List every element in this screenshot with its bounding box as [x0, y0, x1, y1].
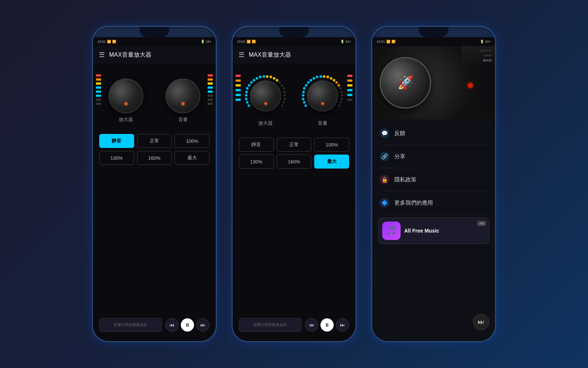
amplifier-label-1: 放大器: [119, 116, 133, 123]
app-header-cover-3: MEDIUM HIGH MAXI: [372, 46, 495, 120]
prev-button-1[interactable]: ⏮: [165, 318, 179, 332]
buttons-section-2: 靜音 正常 100% 130% 160% 最大: [239, 138, 349, 171]
battery-2: 🔋 24+: [340, 40, 351, 43]
sidebar-item-privacy[interactable]: 🔒 隱私政策: [372, 170, 495, 190]
btn-row-top-1: 靜音 正常 100%: [99, 134, 210, 148]
eq-bars-left-1: [96, 74, 101, 105]
divider-3: [380, 191, 488, 191]
phone-2: 19:01 📶 🛜 🔋 24+ ☰ MAX音量放大器: [232, 26, 356, 342]
ad-title: All Free Music: [404, 228, 439, 234]
volume-knob-inner-2[interactable]: [307, 80, 338, 112]
pause-button-1[interactable]: ⏸: [181, 318, 194, 332]
100-button-2[interactable]: 100%: [314, 138, 349, 152]
hamburger-icon-2[interactable]: ☰: [239, 51, 244, 59]
amplifier-knob-inner-2[interactable]: [250, 80, 281, 112]
amplifier-label-2: 放大器: [258, 120, 273, 127]
ad-badge: AD: [477, 221, 486, 226]
feedback-label: 反饋: [394, 130, 405, 137]
ad-banner[interactable]: 🎵 All Free Music AD: [378, 217, 489, 244]
privacy-icon: 🔒: [380, 175, 389, 184]
floating-next-button[interactable]: ⏭: [473, 314, 489, 330]
player-controls-1: ⏮ ⏸ ⏭: [165, 318, 209, 332]
volume-knob-1: 音量: [165, 78, 200, 123]
normal-button-2[interactable]: 正常: [277, 138, 312, 152]
volume-knob-dial-1[interactable]: [165, 78, 200, 113]
knobs-row-2: 放大器 音量: [244, 75, 344, 127]
status-left-2: 19:01 📶 🛜: [237, 40, 256, 43]
app-content-2: 放大器 音量 靜音 正常 100%: [233, 64, 355, 341]
130-button-1[interactable]: 130%: [99, 151, 134, 165]
status-time-1: 19:01: [97, 40, 106, 43]
sidebar-item-share[interactable]: 🔗 分享: [372, 146, 495, 166]
status-left-1: 19:01 📶 🛜: [97, 40, 116, 43]
wifi-icon-2: 🛜: [252, 40, 256, 43]
knobs-row-1: 放大器 音量: [108, 78, 200, 123]
gradient-overlay: [462, 46, 495, 120]
btn-row-bottom-1: 130% 160% 最大: [99, 151, 210, 165]
player-section-1: 點擊打開音樂播放器 ⏮ ⏸ ⏭: [99, 318, 210, 332]
amplifier-knob-2: 放大器: [244, 75, 287, 127]
more-apps-icon: 🔷: [380, 198, 389, 208]
mute-button-2[interactable]: 靜音: [239, 138, 274, 152]
mute-button-1[interactable]: 靜音: [99, 134, 134, 148]
max-button-2[interactable]: 最大: [314, 155, 349, 169]
wifi-icon-3: 🛜: [391, 40, 395, 43]
volume-label-2: 音量: [318, 120, 327, 127]
amplifier-knob-with-dots-2: [244, 75, 287, 117]
volume-knob-with-dots-2: [301, 75, 344, 117]
big-dj-knob: [380, 57, 431, 109]
wifi-icon-1: 🛜: [112, 40, 116, 43]
normal-button-1[interactable]: 正常: [137, 134, 172, 148]
dj-hero-image: MEDIUM HIGH MAXI: [372, 46, 495, 120]
vu-right-2: [347, 74, 352, 102]
feedback-icon: 💬: [380, 128, 389, 138]
btn-row-bottom-2: 130% 160% 最大: [239, 155, 349, 169]
share-label: 分享: [394, 153, 405, 160]
next-button-1[interactable]: ⏭: [196, 318, 209, 332]
phone-1-screen: 19:01 📶 🛜 🔋 24+ ☰ MAX音量放大器: [93, 37, 216, 341]
sidebar-item-feedback[interactable]: 💬 反饋: [372, 123, 495, 143]
share-icon: 🔗: [380, 152, 389, 161]
status-right-1: 🔋 24+: [201, 40, 211, 43]
sidebar-menu-3: 💬 反饋 🔗 分享 🔒 隱私政策: [372, 120, 495, 341]
next-button-2[interactable]: ⏭: [336, 318, 349, 332]
open-player-button-2[interactable]: 點擊打開音樂播放器: [239, 318, 302, 332]
prev-button-2[interactable]: ⏮: [305, 318, 318, 332]
app-title-1: MAX音量放大器: [109, 51, 151, 59]
status-bar-3: 19:01 📶 🛜 🔋 24+: [372, 37, 495, 46]
100-button-1[interactable]: 100%: [175, 134, 209, 148]
battery-3: 🔋 24+: [480, 40, 491, 43]
ad-app-icon: 🎵: [382, 222, 401, 240]
130-button-2[interactable]: 130%: [239, 155, 274, 169]
status-time-3: 19:01: [377, 40, 385, 43]
divider-4: [380, 214, 488, 215]
divider-2: [380, 168, 488, 168]
buttons-section-1: 靜音 正常 100% 130% 160% 最大: [99, 134, 210, 168]
volume-knob-2: 音量: [301, 75, 344, 127]
eq-bars-right-1: [208, 74, 213, 105]
vu-left-2: [236, 74, 241, 102]
player-controls-2: ⏮ ⏸ ⏭: [305, 318, 349, 332]
privacy-label: 隱私政策: [394, 176, 416, 183]
divider-1: [380, 145, 488, 145]
160-button-2[interactable]: 160%: [277, 155, 312, 169]
battery-1: 🔋 24+: [201, 40, 211, 43]
160-button-1[interactable]: 160%: [137, 151, 172, 165]
btn-row-top-2: 靜音 正常 100%: [239, 138, 349, 152]
pause-button-2[interactable]: ⏸: [320, 318, 334, 332]
max-button-1[interactable]: 最大: [175, 151, 209, 165]
open-player-button-1[interactable]: 點擊打開音樂播放器: [99, 318, 162, 332]
sidebar-item-more-apps[interactable]: 🔷 更多我們的應用: [372, 193, 495, 213]
phone-1: 19:01 📶 🛜 🔋 24+ ☰ MAX音量放大器: [92, 26, 217, 342]
amplifier-knob-dial-1[interactable]: [108, 78, 143, 113]
player-section-2: 點擊打開音樂播放器 ⏮ ⏸ ⏭: [239, 318, 349, 332]
phone-3: 19:01 📶 🛜 🔋 24+ MEDIUM HIGH MAXI: [371, 26, 496, 342]
status-bar-2: 19:01 📶 🛜 🔋 24+: [233, 37, 355, 46]
signal-icon-2: 📶: [247, 40, 251, 43]
app-header-1: ☰ MAX音量放大器: [93, 46, 216, 64]
phone-2-screen: 19:01 📶 🛜 🔋 24+ ☰ MAX音量放大器: [233, 37, 355, 341]
status-bar-1: 19:01 📶 🛜 🔋 24+: [93, 37, 216, 46]
hamburger-icon-1[interactable]: ☰: [99, 51, 105, 59]
volume-label-1: 音量: [178, 116, 188, 123]
ad-music-icon: 🎵: [386, 226, 397, 236]
